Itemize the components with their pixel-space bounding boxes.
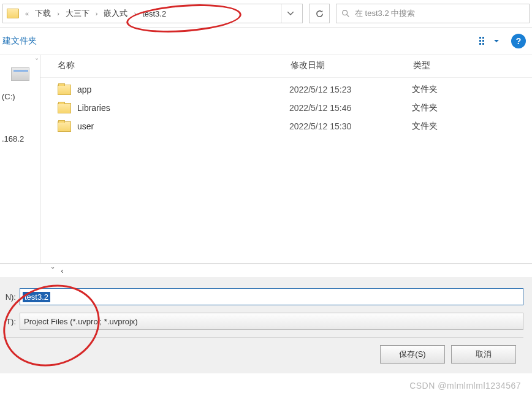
refresh-icon xyxy=(315,9,324,18)
file-date: 2022/5/12 15:23 xyxy=(289,85,412,94)
new-folder-button[interactable]: 建文件夹 xyxy=(2,36,37,47)
filename-value: test3.2 xyxy=(23,292,50,302)
file-name: user xyxy=(77,121,289,131)
folder-icon xyxy=(58,103,71,113)
file-list: 名称 修改日期 类型 app 2022/5/12 15:23 文件夹 Libra… xyxy=(40,55,532,263)
cancel-button[interactable]: 取消 xyxy=(451,345,516,364)
filetype-value: Project Files (*.uvproj; *.uvprojx) xyxy=(24,317,138,326)
dialog-actions: 保存(S) 取消 xyxy=(2,337,523,367)
help-button[interactable]: ? xyxy=(511,34,526,48)
svg-rect-2 xyxy=(479,37,481,39)
breadcrumb-item[interactable]: 下载 xyxy=(34,7,52,20)
filetype-label: T): xyxy=(2,317,16,326)
main-area: ˇ (C:) .168.2 名称 修改日期 类型 app 2022/5/12 1… xyxy=(0,55,532,264)
breadcrumb-item[interactable]: 大三下 xyxy=(64,7,91,20)
svg-point-0 xyxy=(343,10,348,15)
save-button[interactable]: 保存(S) xyxy=(380,345,445,364)
file-type: 文件夹 xyxy=(412,84,530,95)
header-type[interactable]: 类型 xyxy=(413,60,525,71)
file-type: 文件夹 xyxy=(412,121,530,132)
svg-line-1 xyxy=(347,15,349,17)
column-headers: 名称 修改日期 类型 xyxy=(40,55,532,78)
tree-collapse-icon[interactable]: ˇ xyxy=(36,58,38,65)
table-row[interactable]: app 2022/5/12 15:23 文件夹 xyxy=(55,80,532,99)
save-panel: N): test3.2 T): Project Files (*.uvproj;… xyxy=(0,277,532,373)
chevron-down-icon xyxy=(287,12,294,15)
file-date: 2022/5/12 15:30 xyxy=(289,121,412,131)
search-icon xyxy=(341,9,350,18)
filename-input[interactable]: test3.2 xyxy=(20,288,523,305)
file-type: 文件夹 xyxy=(412,102,530,113)
scroll-arrows[interactable]: ˇ ‹ xyxy=(0,264,532,277)
filename-label: N): xyxy=(2,292,16,302)
search-input[interactable]: 在 test3.2 中搜索 xyxy=(336,4,530,23)
folder-icon xyxy=(7,9,19,18)
breadcrumb-item[interactable]: 嵌入式 xyxy=(102,7,129,20)
table-row[interactable]: user 2022/5/12 15:30 文件夹 xyxy=(55,117,532,135)
sidebar-drive-label[interactable]: (C:) xyxy=(0,81,40,102)
svg-rect-6 xyxy=(479,43,481,45)
view-options-button[interactable] xyxy=(474,36,504,47)
search-placeholder: 在 test3.2 中搜索 xyxy=(355,8,415,19)
folder-icon xyxy=(58,85,71,95)
nav-sidebar: ˇ (C:) .168.2 xyxy=(0,55,40,263)
filetype-select[interactable]: Project Files (*.uvproj; *.uvprojx) xyxy=(20,313,523,330)
command-bar: 建文件夹 ? xyxy=(0,28,532,55)
file-name: app xyxy=(77,85,289,94)
svg-rect-4 xyxy=(479,40,481,42)
watermark: CSDN @mlmlmlml1234567 xyxy=(409,381,521,391)
file-date: 2022/5/12 15:46 xyxy=(289,103,412,113)
svg-rect-3 xyxy=(482,37,484,39)
refresh-button[interactable] xyxy=(309,4,330,23)
file-rows: app 2022/5/12 15:23 文件夹 Libraries 2022/5… xyxy=(40,78,532,135)
caret-down-icon xyxy=(494,40,499,43)
breadcrumb-dropdown[interactable] xyxy=(281,4,298,23)
address-toolbar: « 下载 › 大三下 › 嵌入式 › test3.2 在 test3.2 中搜索 xyxy=(0,0,532,28)
chevron-right-icon: › xyxy=(55,10,62,17)
header-date[interactable]: 修改日期 xyxy=(291,60,413,71)
folder-icon xyxy=(58,121,71,132)
header-name[interactable]: 名称 xyxy=(58,60,291,71)
svg-rect-7 xyxy=(482,43,484,45)
table-row[interactable]: Libraries 2022/5/12 15:46 文件夹 xyxy=(55,99,532,117)
view-list-icon xyxy=(479,37,490,45)
chevron-right-icon: › xyxy=(93,10,101,17)
breadcrumb[interactable]: « 下载 › 大三下 › 嵌入式 › test3.2 xyxy=(2,4,303,23)
file-name: Libraries xyxy=(77,103,289,113)
svg-rect-5 xyxy=(482,40,484,42)
breadcrumb-overflow[interactable]: « xyxy=(23,10,31,17)
sidebar-network-label[interactable]: .168.2 xyxy=(0,123,40,145)
drive-icon[interactable] xyxy=(11,67,29,81)
breadcrumb-item[interactable]: test3.2 xyxy=(141,8,167,20)
chevron-right-icon: › xyxy=(131,10,139,17)
